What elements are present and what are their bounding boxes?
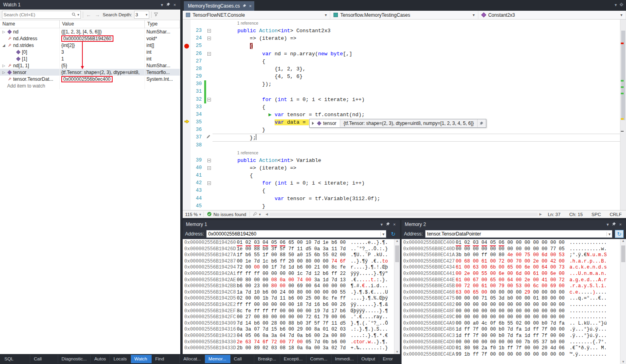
memory2-scrollbar[interactable]: ▲▼ xyxy=(620,239,626,364)
expander-icon[interactable]: ▷ xyxy=(2,64,6,68)
horizontal-scrollbar[interactable]: ◀▶ xyxy=(264,212,543,216)
outline-margin[interactable] xyxy=(206,50,213,58)
memory-row[interactable]: 0x000002556B0EC4C31d ff 7f 00 00 b0 7d f… xyxy=(403,333,626,339)
memory-row[interactable]: 0x000002556B0EC43461 00 63 00 6b 00 65 0… xyxy=(403,265,626,271)
outline-margin[interactable] xyxy=(206,88,213,95)
code-line[interactable]: 1 reference xyxy=(183,19,626,27)
code-cleanup-button[interactable]: ▾ xyxy=(250,212,264,217)
outline-margin[interactable] xyxy=(206,149,213,157)
code-line[interactable]: 42 for (int i = 0; i < iterate; i++) xyxy=(183,179,626,187)
search-next-button[interactable]: → xyxy=(94,12,101,18)
code-line[interactable]: 24 => (iterate) => xyxy=(183,35,626,42)
memory-row[interactable]: 0x000002556B1942E2ff ff 00 00 00 00 00 1… xyxy=(184,302,400,308)
scroll-right-icon[interactable]: ▶ xyxy=(539,212,542,216)
window-position-icon[interactable]: ▾ xyxy=(378,222,385,227)
memory-row[interactable]: 0x000002556B19427A1f b6 55 1f 00 88 50 a… xyxy=(184,252,400,259)
breakpoint-gutter[interactable] xyxy=(183,96,191,103)
outline-margin[interactable] xyxy=(206,202,213,210)
outline-margin[interactable] xyxy=(206,35,213,42)
outline-margin[interactable] xyxy=(206,142,213,149)
search-prev-button[interactable]: ← xyxy=(85,12,92,18)
pin-icon[interactable] xyxy=(165,2,172,7)
tab-locals[interactable]: Locals xyxy=(110,355,131,363)
memory-row[interactable]: 0x000002556B19429472 00 00 00 1f 7d 1d b… xyxy=(184,265,400,271)
memory1-address-combo[interactable]: ▾ xyxy=(206,230,386,238)
memory1-address-input[interactable] xyxy=(207,231,380,237)
outline-margin[interactable] xyxy=(206,27,213,35)
breakpoint-gutter[interactable] xyxy=(183,142,191,149)
scrollbar-track[interactable] xyxy=(269,213,538,216)
chevron-down-icon[interactable]: ▾ xyxy=(620,13,622,17)
outline-margin[interactable] xyxy=(206,172,213,179)
outline-margin[interactable] xyxy=(206,157,213,164)
tab-diagnostic[interactable]: Diagnostic... xyxy=(58,355,91,363)
breakpoint-gutter[interactable] xyxy=(183,35,191,42)
breakpoint-gutter[interactable] xyxy=(183,80,191,88)
collapse-icon[interactable] xyxy=(207,181,211,185)
collapse-icon[interactable] xyxy=(207,52,211,56)
breakpoint-gutter[interactable] xyxy=(183,27,191,35)
nav-dropdown-method[interactable]: Constant2x3▾ xyxy=(478,11,626,19)
memory-row[interactable]: 0x000002556B1942AE00 80 00 00 08 0a 00 7… xyxy=(184,277,400,284)
breakpoint-gutter[interactable] xyxy=(183,179,191,187)
memory-row[interactable]: 0x000002556B0EC44100 2e 00 55 00 6e 00 6… xyxy=(403,271,626,277)
memory-row[interactable]: 0x000002556B0EC40001 02 03 04 05 06 00 0… xyxy=(403,240,626,246)
breakpoint-gutter[interactable] xyxy=(183,42,191,50)
memory-row[interactable]: 0x000002556B19426D1e 00 88 b0 3f 5f 7f 1… xyxy=(184,246,400,253)
memory-row[interactable]: 0x000002556B0EC40D00 00 00 00 00 00 00 0… xyxy=(403,246,626,253)
pin-tab-icon[interactable] xyxy=(243,4,246,8)
nav-dropdown-class[interactable]: Tensorflow.MemoryTestingCases▾ xyxy=(330,11,478,19)
outline-margin[interactable] xyxy=(206,119,213,126)
scroll-left-icon[interactable]: ◀ xyxy=(265,212,268,216)
tab-breakp[interactable]: Breakp... xyxy=(254,355,280,363)
code-line[interactable]: 43 { xyxy=(183,187,626,195)
memory-row[interactable]: 0x000002556B19433D2b 00 89 02 03 08 18 0… xyxy=(184,345,400,352)
tab-call-stack[interactable]: Call Stack xyxy=(230,355,254,363)
breakpoint-gutter[interactable] xyxy=(183,88,191,95)
outline-margin[interactable] xyxy=(206,134,213,141)
pin-icon[interactable] xyxy=(385,222,391,227)
expander-icon[interactable]: ▷ xyxy=(2,30,6,34)
outline-margin[interactable] xyxy=(206,65,213,73)
refresh-icon[interactable]: ↻ xyxy=(389,230,398,238)
codelens-references[interactable]: 1 reference xyxy=(213,150,258,155)
outline-margin[interactable] xyxy=(206,96,213,103)
memory-row[interactable]: 0x000002556B0EC4A900 00 a0 4c 0f 6b 55 0… xyxy=(403,321,626,327)
tab-allocat[interactable]: Allocat... xyxy=(180,355,205,363)
column-header-type[interactable]: Type xyxy=(145,20,180,28)
breakpoint-gutter[interactable] xyxy=(183,157,191,164)
outline-margin[interactable] xyxy=(206,58,213,65)
outline-margin[interactable] xyxy=(206,73,213,80)
memory-row[interactable]: 0x000002556B1942EF8c fe ff ff ff 00 00 0… xyxy=(184,308,400,315)
memory-row[interactable]: 0x000002556B0EC4B61d ff 7f 00 00 b0 7d f… xyxy=(403,327,626,333)
outline-margin[interactable] xyxy=(206,80,213,88)
outline-margin[interactable] xyxy=(206,195,213,202)
memory-row[interactable]: 0x000002556B0EC45B00 72 00 61 00 79 00 5… xyxy=(403,283,626,290)
window-position-icon[interactable]: ▾ xyxy=(605,222,611,227)
tab-sql-server[interactable]: SQL Server... xyxy=(1,355,30,363)
health-indicator[interactable]: No issues found xyxy=(203,212,249,217)
document-tab[interactable]: MemoryTestingCases.cs × xyxy=(184,1,254,11)
tab-excepti[interactable]: Excepti... xyxy=(280,355,306,363)
pin-icon[interactable] xyxy=(477,119,486,127)
breakpoint-gutter[interactable] xyxy=(183,111,191,119)
code-line[interactable]: 25 { xyxy=(183,42,626,50)
memory-row[interactable]: 0x000002556B19432304 05 06 0a 3a 04 7d 0… xyxy=(184,333,400,339)
data-tip[interactable]: tensor {tf.Tensor: shape=(2, 3), dtype=u… xyxy=(309,119,486,128)
collapse-icon[interactable] xyxy=(207,98,211,101)
code-line[interactable]: 28 {1, 2, 3}, xyxy=(183,65,626,73)
breakpoint-gutter[interactable] xyxy=(183,202,191,210)
collapse-icon[interactable] xyxy=(207,159,211,162)
expander-icon[interactable]: ◢ xyxy=(2,43,6,47)
scroll-down-icon[interactable]: ▼ xyxy=(620,360,626,364)
code-line[interactable]: 27 { xyxy=(183,58,626,65)
breakpoint-gutter[interactable] xyxy=(183,119,191,126)
tab-memor[interactable]: Memor... xyxy=(205,355,230,363)
memory-row[interactable]: 0x000002556B0EC42700 68 00 61 00 72 00 7… xyxy=(403,259,626,265)
add-watch-row[interactable]: Add item to watch xyxy=(0,82,180,89)
watch-search-box[interactable]: ▾ xyxy=(2,11,81,19)
tab-output[interactable]: Output xyxy=(358,355,379,363)
memory2-titlebar[interactable]: Memory 2 ▾ × xyxy=(402,220,626,229)
memory-row[interactable]: 0x000002556B0EC48200 00 00 00 00 00 00 0… xyxy=(403,302,626,308)
watch-row[interactable]: tensor.TensorDat...0x000002556b0ec400Sys… xyxy=(0,76,180,82)
